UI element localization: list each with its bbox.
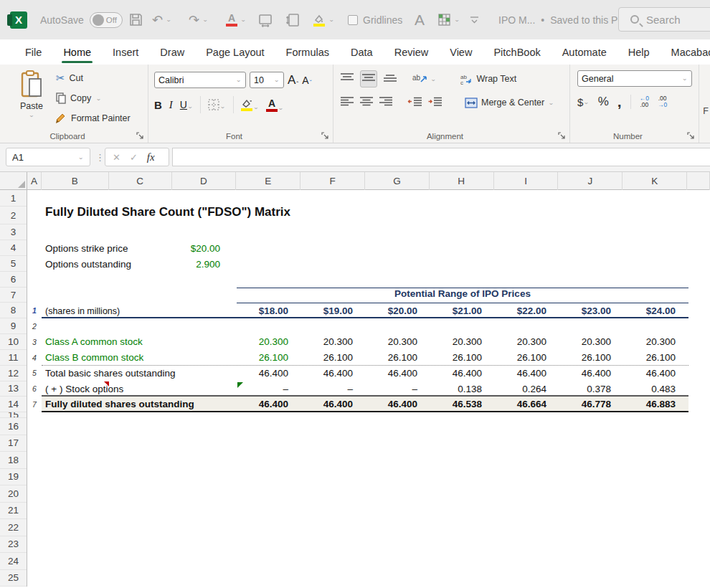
value-cell[interactable]: 46.400 (624, 366, 688, 381)
ribbon-collapse-button[interactable] (470, 0, 479, 39)
value-cell[interactable]: 26.100 (430, 350, 495, 366)
wrap-text-button[interactable]: ab c Wrap Text (460, 74, 516, 85)
saved-status[interactable]: Saved to this PC (550, 14, 625, 26)
tab-file[interactable]: File (14, 39, 52, 65)
font-dialog-button[interactable]: A (415, 0, 425, 39)
fill-color-button[interactable]: ⌄ (313, 0, 334, 39)
price-header-cell[interactable]: $21.00 (430, 303, 495, 319)
document-title[interactable]: IPO M... (498, 14, 535, 26)
param-label-cell[interactable]: Options strike price (45, 243, 128, 254)
redo-button[interactable]: ↷ ⌄ (189, 0, 208, 39)
name-box[interactable]: A1 ⌄ (6, 148, 90, 166)
cut-button[interactable]: ✂ Cut (56, 70, 131, 86)
row-label-cell[interactable]: ( + ) Stock options (42, 381, 237, 397)
price-header-cell[interactable]: $22.00 (495, 303, 559, 319)
tab-view[interactable]: View (439, 39, 483, 65)
undo-button[interactable]: ↶ ⌄ (152, 0, 171, 39)
paste-button[interactable]: Paste ⌄ (13, 70, 50, 126)
decrease-font-button[interactable]: Aˇ (302, 75, 311, 86)
percent-button[interactable]: % (598, 95, 609, 109)
increase-decimal-button[interactable]: ←0 .00 (640, 95, 649, 109)
value-cell[interactable]: 46.400 (237, 397, 301, 412)
value-cell[interactable]: 26.100 (624, 350, 688, 366)
search-input[interactable]: Search (618, 7, 710, 32)
value-cell[interactable]: 0.264 (495, 381, 559, 397)
price-header-cell[interactable]: $18.00 (237, 303, 301, 319)
fill-color-button-ribbon[interactable]: ⌄ (241, 99, 259, 111)
value-cell[interactable]: – (366, 381, 430, 397)
format-painter-button[interactable]: Format Painter (56, 110, 131, 126)
align-middle-button[interactable] (360, 70, 377, 87)
tab-data[interactable]: Data (340, 39, 384, 65)
font-color-button[interactable]: A ⌄ (226, 0, 246, 39)
tab-macabacus[interactable]: Macabacus (661, 39, 710, 65)
value-cell[interactable]: 46.400 (301, 366, 366, 381)
increase-indent-button[interactable] (428, 96, 442, 109)
align-right-button[interactable] (379, 96, 392, 109)
value-cell[interactable]: 46.664 (495, 397, 559, 412)
align-center-button[interactable] (360, 96, 373, 109)
font-dialog-launcher[interactable] (321, 132, 329, 140)
save-button[interactable] (129, 0, 143, 39)
value-cell[interactable]: 0.138 (430, 381, 495, 397)
cancel-icon[interactable]: ✕ (113, 152, 120, 163)
font-name-select[interactable]: Calibri ⌄ (154, 72, 246, 88)
italic-button[interactable]: I (169, 99, 173, 111)
value-cell[interactable]: 20.300 (366, 334, 430, 350)
price-header-cell[interactable]: $23.00 (559, 303, 624, 319)
tab-insert[interactable]: Insert (102, 39, 149, 65)
tab-review[interactable]: Review (384, 39, 440, 65)
value-cell[interactable]: 46.400 (430, 366, 495, 381)
value-cell[interactable]: 0.483 (624, 381, 688, 397)
value-cell[interactable]: 26.100 (495, 350, 559, 366)
align-left-button[interactable] (341, 96, 354, 109)
value-cell[interactable]: 46.400 (559, 366, 624, 381)
table-style-button[interactable]: ⌄ (437, 0, 460, 39)
value-cell[interactable]: – (237, 381, 301, 397)
tab-automate[interactable]: Automate (552, 39, 617, 65)
clipboard-dialog-launcher[interactable] (136, 132, 144, 140)
tab-help[interactable]: Help (617, 39, 661, 65)
range-header-cell[interactable]: Potential Range of IPO Prices (237, 288, 688, 303)
insert-function-icon[interactable]: fx (147, 151, 155, 163)
orientation-button[interactable]: ab ⌄ (412, 73, 436, 85)
value-cell[interactable]: 46.400 (301, 397, 366, 412)
tab-formulas[interactable]: Formulas (275, 39, 340, 65)
row-height-button[interactable] (285, 0, 300, 39)
value-cell[interactable]: 26.100 (366, 350, 430, 366)
row-label-cell[interactable]: Class B common stock (42, 350, 237, 366)
formula-input[interactable] (172, 148, 710, 166)
underline-button[interactable]: U ⌄ (180, 99, 194, 110)
value-cell[interactable]: 46.400 (495, 366, 559, 381)
value-cell[interactable]: 46.400 (366, 397, 430, 412)
increase-font-button[interactable]: Aˆ (288, 73, 298, 87)
merge-center-button[interactable]: Merge & Center ⌄ (465, 98, 554, 108)
value-cell[interactable]: 46.400 (237, 366, 301, 381)
value-cell[interactable]: 26.100 (301, 350, 366, 366)
value-cell[interactable]: 46.778 (559, 397, 624, 412)
bold-button[interactable]: AB (154, 99, 162, 111)
borders-button[interactable]: ⌄ (208, 99, 225, 110)
value-cell[interactable]: 46.538 (430, 397, 495, 412)
value-cell[interactable]: – (301, 381, 366, 397)
value-cell[interactable]: 20.300 (237, 334, 301, 350)
decrease-decimal-button[interactable]: .00 →0 (658, 95, 667, 109)
font-color-button-ribbon[interactable]: A ⌄ (266, 98, 283, 112)
align-bottom-button[interactable] (384, 72, 397, 85)
decrease-indent-button[interactable] (408, 96, 422, 109)
param-value-cell[interactable]: 2.900 (172, 259, 237, 270)
value-cell[interactable]: 46.883 (624, 397, 688, 412)
price-header-cell[interactable]: $24.00 (624, 303, 688, 319)
column-width-button[interactable] (258, 0, 273, 39)
enter-icon[interactable]: ✓ (130, 152, 138, 163)
value-cell[interactable]: 20.300 (301, 334, 366, 350)
value-cell[interactable]: 20.300 (624, 334, 688, 350)
value-cell[interactable]: 20.300 (495, 334, 559, 350)
price-header-cell[interactable]: $19.00 (301, 303, 366, 319)
gridlines-toggle[interactable]: Gridlines (348, 0, 402, 39)
comma-style-button[interactable]: , (617, 98, 622, 105)
tab-pitchbook[interactable]: PitchBook (483, 39, 551, 65)
number-dialog-launcher[interactable] (687, 132, 695, 140)
value-cell[interactable]: 26.100 (237, 350, 301, 366)
value-cell[interactable]: 26.100 (559, 350, 624, 366)
